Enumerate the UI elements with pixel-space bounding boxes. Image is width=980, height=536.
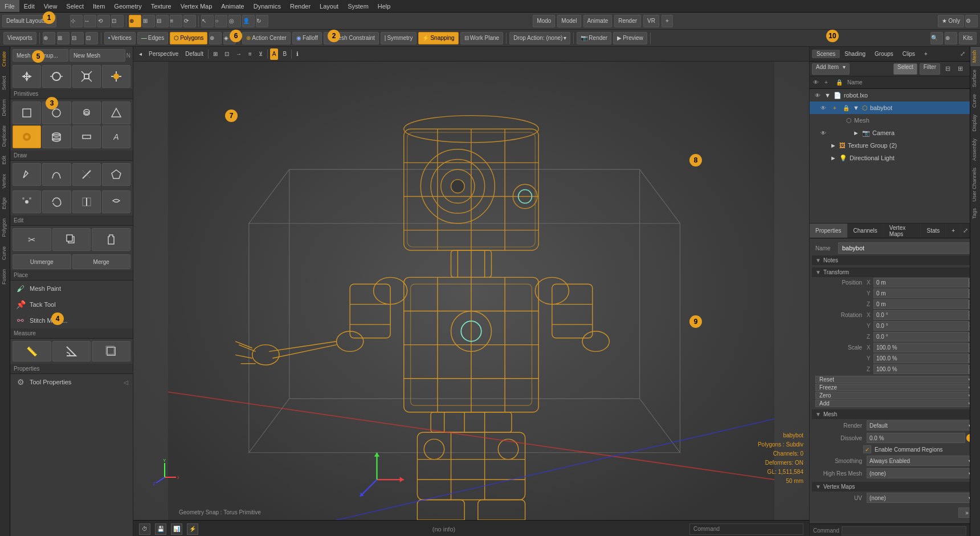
transform-tool-btn[interactable] bbox=[102, 65, 130, 88]
tree-expand-icon-2[interactable]: ▼ bbox=[853, 104, 862, 111]
tool-icon-7[interactable]: ⊟ bbox=[156, 15, 169, 27]
select-btn[interactable]: Select bbox=[893, 63, 917, 75]
right-tab-tags[interactable]: Tags bbox=[970, 205, 980, 222]
position-y-field[interactable]: 0 m bbox=[873, 289, 969, 298]
scenes-tab[interactable]: Scenes bbox=[812, 50, 840, 58]
sidebar-tab-polygon[interactable]: Polygon bbox=[0, 214, 10, 242]
sidebar-tab-deform[interactable]: Deform bbox=[0, 95, 10, 121]
tree-lock-icon-2[interactable]: 🔒 bbox=[842, 103, 851, 112]
menu-item-dynamics[interactable]: Dynamics bbox=[249, 0, 285, 12]
status-icon-3[interactable]: 📊 bbox=[171, 523, 182, 535]
edge-slice-tool[interactable] bbox=[72, 163, 101, 186]
settings-icon[interactable]: ⚙ bbox=[965, 15, 978, 27]
tb-icon-1[interactable]: ⊕ bbox=[43, 32, 55, 44]
tree-add-icon-2[interactable]: + bbox=[830, 103, 839, 112]
tree-expand-icon-c[interactable]: ► bbox=[853, 129, 862, 136]
tube-tool[interactable] bbox=[72, 125, 101, 148]
sidebar-tab-vertex[interactable]: Vertex bbox=[0, 169, 10, 193]
preview-btn[interactable]: ▶ Preview bbox=[613, 32, 647, 44]
snapping-btn[interactable]: ⚡ Snapping bbox=[418, 32, 458, 44]
scale-x-field[interactable]: 100.0 % bbox=[873, 343, 969, 352]
right-tab-display[interactable]: Display bbox=[970, 111, 980, 135]
menu-item-file[interactable]: File bbox=[0, 0, 19, 12]
zero-btn[interactable]: Zero ▾ bbox=[815, 392, 974, 399]
tree-vis-icon-c[interactable]: 👁 bbox=[819, 128, 828, 137]
box-tool[interactable] bbox=[13, 101, 41, 124]
lasso-tool[interactable] bbox=[42, 190, 71, 213]
filter-btn[interactable]: Filter bbox=[920, 63, 940, 75]
scale-tool-btn[interactable] bbox=[72, 65, 101, 88]
view-type-btn[interactable]: Perspective bbox=[146, 48, 181, 60]
render-dropdown[interactable]: Default ▾ bbox=[867, 420, 974, 431]
render-mode-btn[interactable]: Render bbox=[614, 15, 641, 27]
right-tab-user-channels[interactable]: User Channels bbox=[970, 164, 980, 205]
rotation-x-field[interactable]: 0.0 ° bbox=[873, 310, 969, 320]
cone-tool[interactable] bbox=[102, 101, 130, 124]
cut-btn[interactable]: ✂ bbox=[13, 228, 51, 251]
sidebar-tab-fusion[interactable]: Fusion bbox=[0, 265, 10, 289]
vertex-maps-header[interactable]: ▼ Vertex Maps bbox=[812, 482, 978, 492]
freeze-btn[interactable]: Freeze ▾ bbox=[815, 384, 974, 391]
menu-item-vertexmap[interactable]: Vertex Map bbox=[176, 0, 217, 12]
ruler-tool[interactable]: 📏 bbox=[13, 341, 51, 362]
rotation-y-field[interactable]: 0.0 ° bbox=[873, 321, 969, 331]
channels-tab[interactable]: Channels bbox=[848, 224, 884, 238]
tool-icon-8[interactable]: ≡ bbox=[170, 15, 182, 27]
paste-btn[interactable] bbox=[92, 228, 130, 251]
tb-icon-extra[interactable]: ⊕ bbox=[209, 32, 222, 44]
tree-exp-l[interactable]: ► bbox=[830, 155, 839, 161]
tree-item-light[interactable]: ► 💡 Directional Light bbox=[810, 152, 980, 164]
transform-header[interactable]: ▼ Transform bbox=[812, 267, 978, 277]
circle-tool-icon[interactable]: ◎ bbox=[228, 15, 241, 27]
reset-btn[interactable]: Reset ▾ bbox=[815, 376, 974, 383]
view-style-btn[interactable]: Default bbox=[183, 48, 206, 60]
menu-item-edit[interactable]: Edit bbox=[19, 0, 39, 12]
right-tab-surface[interactable]: Surface bbox=[970, 66, 980, 91]
vp-icon-6[interactable]: A bbox=[270, 48, 279, 60]
add-btn[interactable]: Add ▾ bbox=[815, 400, 974, 407]
tack-tool-item[interactable]: 📌 Tack Tool bbox=[10, 297, 133, 312]
edges-btn[interactable]: — Edges bbox=[137, 32, 168, 44]
tree-expand-icon[interactable]: ▼ bbox=[824, 92, 834, 99]
tree-item-root[interactable]: 👁 ▼ 📄 robot.lxo bbox=[810, 89, 980, 101]
menu-item-geometry[interactable]: Geometry bbox=[109, 0, 146, 12]
tb-icon-2[interactable]: ⊞ bbox=[57, 32, 70, 44]
viewports-btn[interactable]: Viewports bbox=[3, 32, 36, 44]
vertices-btn[interactable]: • Vertices bbox=[104, 32, 136, 44]
notes-header[interactable]: ▼ Notes bbox=[812, 255, 978, 265]
status-icon-4[interactable]: ⚡ bbox=[187, 523, 198, 535]
groups-tab[interactable]: Groups bbox=[870, 50, 898, 58]
tree-exp-t[interactable]: ► bbox=[830, 142, 839, 149]
tree-vis-icon-2[interactable]: 👁 bbox=[819, 103, 828, 112]
vp-icon-1[interactable]: ⊞ bbox=[211, 48, 220, 60]
menu-item-system[interactable]: System bbox=[343, 0, 373, 12]
tool-icon-5[interactable]: ⊕ bbox=[129, 15, 141, 27]
enable-cmd-regions-checkbox[interactable]: ✓ bbox=[863, 445, 871, 453]
search-icon[interactable]: 🔍 bbox=[930, 32, 943, 44]
action-center-btn[interactable]: ⊕ Action Center bbox=[242, 32, 291, 44]
falloff-btn[interactable]: ◉ Falloff bbox=[292, 32, 322, 44]
right-tab-assembly[interactable]: Assembly bbox=[970, 135, 980, 164]
tb-icon-4[interactable]: ⊡ bbox=[85, 32, 98, 44]
properties-tab[interactable]: Properties bbox=[810, 224, 848, 238]
menu-item-layout[interactable]: Layout bbox=[315, 0, 343, 12]
add-item-btn[interactable]: Add Item ▾ bbox=[812, 63, 850, 75]
tree-item-babybot[interactable]: 👁 + 🔒 ▼ ⬡ babybot bbox=[810, 101, 980, 114]
new-mesh-btn[interactable]: New Mesh bbox=[70, 49, 125, 62]
vp-icon-4[interactable]: ≡ bbox=[246, 48, 254, 60]
command-input[interactable] bbox=[842, 526, 966, 535]
select-tool-icon[interactable]: ↖ bbox=[201, 15, 214, 27]
scale-z-field[interactable]: 100.0 % bbox=[873, 364, 969, 374]
dissolve-field[interactable]: 0.0 % bbox=[867, 433, 965, 443]
capsule-tool[interactable] bbox=[72, 101, 101, 124]
tool-properties-item[interactable]: ⚙ Tool Properties ◁ bbox=[10, 374, 133, 390]
kits-btn[interactable]: Kits bbox=[959, 32, 977, 44]
zoom-icon[interactable]: ⊕ bbox=[945, 32, 957, 44]
stitch-mesh-item[interactable]: ⚯ Stitch Mesh... bbox=[10, 312, 133, 328]
uv-dropdown[interactable]: (none) ▾ bbox=[867, 493, 974, 503]
vp-icon-5[interactable]: ⊻ bbox=[256, 48, 265, 60]
position-z-field[interactable]: 0 m bbox=[873, 299, 969, 309]
add-prop-tab[interactable]: + bbox=[946, 224, 961, 238]
sidebar-tab-duplicate[interactable]: Duplicate bbox=[0, 121, 10, 152]
shading-tab[interactable]: Shading bbox=[840, 50, 870, 58]
